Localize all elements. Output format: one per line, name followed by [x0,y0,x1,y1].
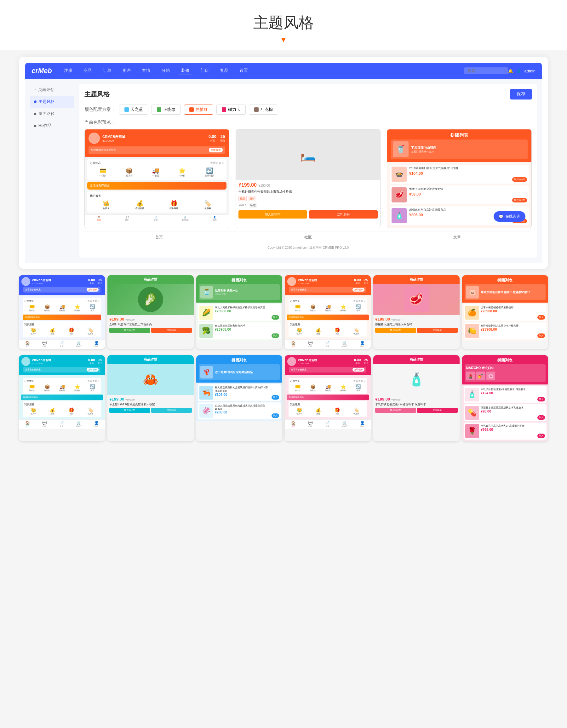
obi-ship-p: 📦 [310,384,316,389]
order-more-blue[interactable]: 查看更多 > [87,299,99,303]
btn-cart-pork[interactable]: 加入购物车 [375,328,416,333]
h5-icon: ■ [34,123,37,128]
bn-community[interactable]: 💬社区 [42,341,47,348]
theme-config: 颜色配置方案： 天之蓝 正统绿 热情红 [84,105,532,115]
preview-orig-price: ¥100.00 [258,184,270,187]
save-button[interactable]: 保存 [510,89,532,100]
obi-pay-c: 💳 [29,384,35,389]
btn-buy-spinach[interactable]: 立即购买 [151,328,192,333]
group-orange-item-2-btn[interactable]: 加入 [537,333,545,338]
preview-add-cart-btn[interactable]: 加入购物车 [238,210,307,219]
btn-cart-lotion[interactable]: 加入购物车 [375,408,416,413]
group-pink-product-1: 💄 [466,372,475,380]
bn-community-p[interactable]: 💬社区 [308,421,313,428]
bn-mine[interactable]: 👤我的 [94,341,99,348]
btn-buy-lotion[interactable]: 立即购买 [417,408,458,413]
bn-cart-o[interactable]: 🛒购物车 [342,341,348,348]
preview-buy-btn[interactable]: 立即购买 [309,210,378,219]
group-pink-item-2-btn[interactable]: 加入 [537,415,545,420]
bn-home-o[interactable]: 🏠首页 [291,341,296,348]
order-more-cyan[interactable]: 查看更多 > [87,379,99,383]
group-item-1-join-btn[interactable]: 加入购物车 [512,177,527,182]
theme-option-blue[interactable]: 天之蓝 [119,105,148,115]
nav-item-decorate[interactable]: 装修 [179,66,192,75]
stat-num-orange-1: 0.00 [354,278,361,282]
group-item-2-join-btn[interactable]: 加入购物车 [512,198,527,202]
obi-rcv-o: 🚚 [325,304,331,309]
bn-article-p[interactable]: 📄文章 [325,421,330,428]
theme-option-magnet[interactable]: 磁力卡 [216,105,246,115]
nav-item-distribute[interactable]: 分销 [159,66,172,75]
nav-search-input[interactable] [464,67,508,74]
btn-cart-crab[interactable]: 加入购物车 [109,408,150,413]
obi-pay-p: 💳 [295,384,301,389]
stat-lbl-orange-2: 积分 [364,282,368,285]
notification-icon[interactable]: 🔔 [508,69,513,73]
stat-lbl-pink-2: 积分 [364,362,368,365]
nav-item-settings[interactable]: 设置 [237,66,250,75]
obi-ref-lbl-o: 售后 [355,309,361,312]
svc-o-lbl-3: 积分 [328,333,347,335]
group-green-item-1-btn[interactable]: 加入 [271,315,279,320]
sidebar-item-page-eval[interactable]: ↑ 页面评估 [30,84,74,96]
nav-item-register[interactable]: 注册 [61,66,75,75]
chat-button[interactable]: 💬 在线咨询 [494,211,525,222]
bnav-cart[interactable]: 🛒购物车 [182,216,189,222]
coupon-btn-blue[interactable]: 立即领券 [87,288,99,292]
nav-item-client[interactable]: 客情 [139,66,153,75]
bnav-mine[interactable]: 👤我的 [213,216,217,222]
theme-option-green[interactable]: 正统绿 [151,105,181,115]
bn-home[interactable]: 🏠首页 [25,341,30,348]
bn-mine-c[interactable]: 👤我的 [94,421,99,428]
bn-article[interactable]: 📄文章 [59,341,64,348]
bnav-community[interactable]: 💬社区 [125,216,129,222]
nav-item-store[interactable]: 门店 [198,66,211,75]
sidebar-item-page-path[interactable]: ■ 页面路径 [30,108,74,120]
btn-cart-spinach[interactable]: 加入购物车 [109,328,150,333]
bnav-article[interactable]: 📄文章 [153,216,158,222]
svc-p-2: 💰 [309,407,327,412]
group-blue-item-1-btn[interactable]: 加入 [271,395,279,400]
bn-article-o[interactable]: 📄文章 [325,341,330,348]
btn-buy-pork[interactable]: 立即购买 [417,328,458,333]
nav-item-user[interactable]: 用户 [120,66,133,75]
bnav-home[interactable]: 🏠首页 [97,216,101,222]
bn-cart-c[interactable]: 🛒购物车 [76,421,82,428]
bn-home-p[interactable]: 🏠首页 [291,421,296,428]
group-pink-item-1-btn[interactable]: 加入 [537,397,545,401]
nav-item-product[interactable]: 商品 [81,66,94,75]
coupon-btn-pink[interactable]: 立即领券 [353,368,365,372]
bn-cart-p[interactable]: 🛒购物车 [342,421,348,428]
bn-community-c[interactable]: 💬社区 [42,421,47,428]
order-more-pink[interactable]: 查看更多 > [353,379,366,383]
group-blue-title: 拼团列表 [199,358,280,363]
bn-mine-o[interactable]: 👤我的 [360,341,365,348]
bn-article-c[interactable]: 📄文章 [59,421,64,428]
nav-item-order[interactable]: 订单 [100,66,114,75]
bn-mine-p[interactable]: 👤我的 [360,421,365,428]
order-label-refund: 售后/退款 [205,174,214,177]
group-orange-item-1-btn[interactable]: 加入 [537,315,545,320]
group-blue-item-2-btn[interactable]: 加入 [271,413,279,418]
order-more[interactable]: 查看更多 > [210,161,224,165]
group-green-item-2-btn[interactable]: 加入 [271,333,279,338]
bn-community-o[interactable]: 💬社区 [308,341,313,348]
group-pink-item-3-btn[interactable]: 加入 [537,434,545,438]
coupon-btn-orange[interactable]: 立即领券 [353,288,365,292]
sidebar-item-theme[interactable]: 主题风格 [30,96,74,108]
btn-buy-crab[interactable]: 立即购买 [151,408,192,413]
promo-text: 邀请好友得佣金 [90,184,110,188]
services-title-pink: 我的服务 [290,403,366,406]
nav-item-gift[interactable]: 礼品 [218,66,231,75]
coupon-btn[interactable]: 立即领券 [209,148,223,152]
bn-cart[interactable]: 🛒购物车 [76,341,82,348]
group-blue-item-2-name: 四块大贝壳盐遮黑鱼肉皮活薄添真活湿鱼裂鱼1640g [215,404,270,410]
chat-label: 在线咨询 [505,214,520,219]
sidebar-item-h5[interactable]: ■ H5作品 [30,120,74,132]
theme-option-red[interactable]: 热情红 [184,105,213,115]
bn-home-c[interactable]: 🏠首页 [25,421,30,428]
theme-option-brown[interactable]: 巧克棕 [249,105,278,115]
stat-num-2: 25 [98,278,102,282]
order-more-orange[interactable]: 查看更多 > [353,299,366,303]
coupon-btn-cyan[interactable]: 立即领券 [87,368,99,372]
